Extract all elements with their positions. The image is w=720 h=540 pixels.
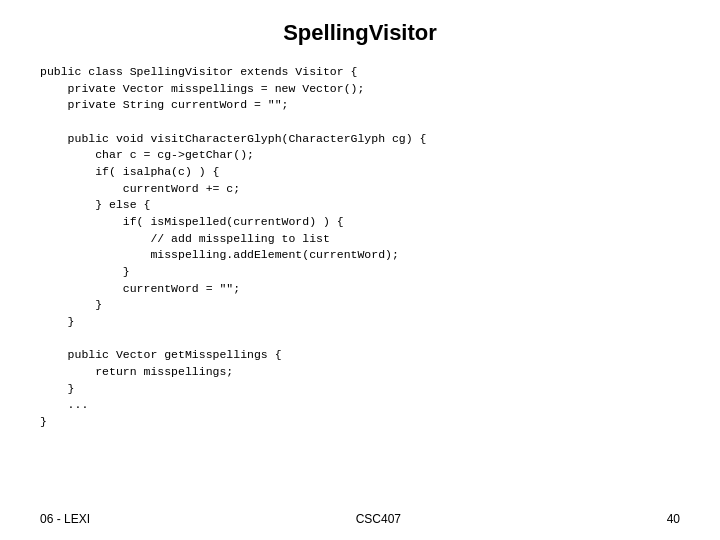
footer-right: 40 bbox=[667, 512, 680, 526]
slide-footer: 06 - LEXI CSC407 40 bbox=[40, 512, 680, 526]
footer-left: 06 - LEXI bbox=[40, 512, 90, 526]
slide-title: SpellingVisitor bbox=[40, 20, 680, 46]
slide-page: SpellingVisitor public class SpellingVis… bbox=[0, 0, 720, 540]
footer-center: CSC407 bbox=[356, 512, 401, 526]
code-block: public class SpellingVisitor extends Vis… bbox=[40, 64, 680, 431]
